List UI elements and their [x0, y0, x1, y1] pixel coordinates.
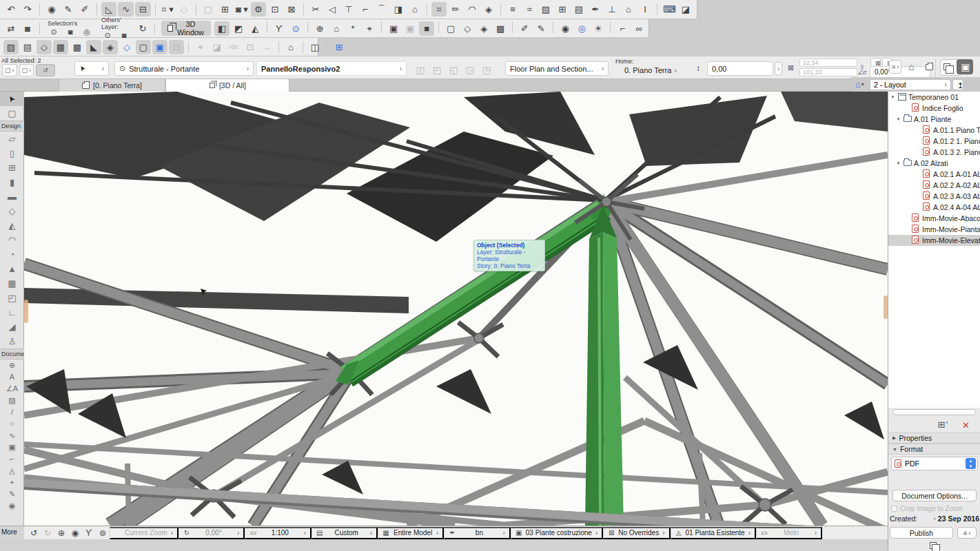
detail-tool[interactable]: + [0, 477, 24, 488]
scale-combo[interactable]: ▭ 1:100 › [245, 527, 311, 539]
fill-type-icon[interactable]: ▨ [538, 2, 553, 17]
selection-lock-icon[interactable]: ◙ [63, 27, 78, 37]
elevation-tool[interactable]: ◬ [0, 465, 24, 477]
tree-item-imm-movie-elevation[interactable]: Imm-Movie-Elevation [888, 235, 980, 246]
mesh-tool[interactable]: ▲ [0, 262, 24, 276]
pen-set-combo[interactable]: ✒ bn › [444, 527, 510, 539]
split-icon[interactable]: ✂ [308, 2, 323, 17]
rebuild-icon[interactable]: ↻ [135, 21, 150, 36]
fill-cover-icon[interactable]: ◇ [37, 40, 52, 54]
left-scroll-hint[interactable] [24, 300, 28, 323]
format-select[interactable]: PDF ▲▼ [891, 457, 978, 470]
grid-display-icon[interactable]: ⌗ ▾ [160, 2, 175, 17]
zoom-level-combo[interactable]: Current Zoom › [110, 527, 178, 539]
markup-cloud-icon[interactable]: ◠ [465, 2, 480, 17]
tree-item-a01-piante[interactable]: ▾ A.01 Piante [888, 114, 980, 125]
section-tool[interactable]: ⌐ [0, 453, 24, 465]
navigator-mode-combo[interactable]: 2 - Layout › [870, 79, 951, 90]
tab-floor-plan[interactable]: [0. Piano Terra] [59, 79, 165, 92]
fill-crop-icon[interactable]: ▢ [136, 40, 151, 54]
elevation-field[interactable]: 0,00 [707, 61, 773, 76]
window-tool[interactable]: ⊞ [0, 160, 24, 175]
view-switch-button[interactable]: ⌂ ▾ [851, 79, 868, 90]
spline-tool[interactable]: ∿ [0, 430, 24, 441]
fill-skin-icon[interactable]: ▩ [70, 40, 85, 54]
fill-cut-icon[interactable]: ▦ [53, 40, 68, 54]
tree-horizontal-scrollbar[interactable] [892, 409, 976, 415]
quick-selection-button[interactable]: ↺ [36, 64, 55, 76]
set-view-icon[interactable]: ⌖ [362, 21, 377, 36]
tree-item-a013-2-piano[interactable]: A.01.3 2. Piano [888, 147, 980, 158]
marquee-3d-icon[interactable]: ▢ ▾ [443, 21, 458, 36]
working-units-combo[interactable]: ▭ Metri › [756, 527, 822, 539]
measure-icon[interactable]: ⊡ [267, 2, 283, 17]
fill-construction-icon[interactable]: ▨ [3, 40, 19, 54]
annotation-icon[interactable]: ✏ [448, 2, 463, 17]
gravity-icon[interactable]: ▢ [201, 2, 216, 17]
tree-item-a021-alzato-nord[interactable]: A.02.1 A-01 Alzato No [888, 169, 980, 180]
walk-icon[interactable]: ϒ [82, 527, 96, 539]
document-options-button[interactable]: Document Options... [892, 490, 977, 501]
orientation-combo[interactable]: ↻ 0,00° › [178, 527, 245, 539]
marquee-tool[interactable]: ▢ [0, 106, 24, 121]
swap-visibility-icon[interactable]: ⇄ [3, 21, 19, 36]
up-level-button[interactable]: ↥ [952, 79, 963, 90]
layout-book-icon[interactable] [939, 59, 955, 74]
find-text-icon[interactable]: Abc [226, 40, 241, 54]
tree-item-temporaneo-01[interactable]: ▾ Temporaneo 01 [888, 92, 980, 103]
edit-mode-cube-4-icon[interactable]: ◲ [462, 63, 478, 77]
redo-icon[interactable]: ↷ [20, 2, 35, 17]
arrow-tool[interactable]: ➤ [0, 92, 24, 106]
roof-tool[interactable]: ◭ [0, 218, 24, 233]
editing-plane-icon[interactable]: ◇ [176, 2, 192, 17]
tree-item-a023-alzato-sud[interactable]: A.02.3 A-03 Alzato Su [888, 191, 980, 202]
add-publisher-item-icon[interactable]: ⊞+ [934, 419, 953, 430]
beam-tool[interactable]: ▬ [0, 189, 24, 204]
lock-toggle-icon[interactable]: ◙ [20, 21, 35, 36]
snap-points-icon[interactable]: ⊟ ▾ [135, 2, 151, 17]
figure-tool[interactable]: ▣ [0, 441, 24, 453]
graphic-override-combo[interactable]: ⊠ No Overrides › [603, 527, 670, 539]
favorite-combo[interactable]: PannelloResponsivo2 › [256, 61, 407, 76]
tree-item-indice-foglio[interactable]: Indice Foglio [888, 103, 980, 114]
morph-tool[interactable]: ◔ [0, 247, 24, 262]
pick-up-parameters-icon[interactable]: ✎ [61, 2, 76, 17]
look-to-icon[interactable]: ⌂ [329, 21, 344, 36]
fillet-icon[interactable]: ⌐ [358, 2, 373, 17]
publish-button[interactable]: Publish [890, 527, 953, 539]
cutaway-icon[interactable]: ◇ [460, 21, 475, 36]
view-map-icon[interactable] [921, 59, 937, 74]
snap-reference-icon[interactable]: ◉ [44, 2, 59, 17]
zoom-to-selection-icon[interactable]: ⊕ [312, 21, 327, 36]
suspend-groups-icon[interactable]: ⚙ [251, 2, 266, 17]
toolbox-more-label[interactable]: More [0, 526, 24, 539]
inject-parameters-icon[interactable]: ✐ [77, 2, 92, 17]
zone-tool[interactable]: ◰ [0, 291, 24, 305]
arrow-route-icon[interactable]: → [259, 40, 274, 54]
publisher-sets-icon[interactable]: ▣ [957, 59, 973, 74]
tree-item-imm-movie-abaco[interactable]: Imm-Movie-Abaco [888, 213, 980, 224]
explore-icon[interactable]: * [345, 21, 360, 36]
arrow-tool-combo[interactable]: ➤ › [74, 61, 109, 76]
delete-item-icon[interactable]: ✕ [958, 419, 974, 431]
home-story-combo[interactable]: 0. Piano Terra › [620, 65, 681, 75]
layer-settings-icon[interactable]: ≡ [505, 2, 520, 17]
trim-icon[interactable]: ⊤ [341, 2, 356, 17]
sun-settings-icon[interactable]: ☀ [591, 21, 606, 36]
properties-section-header[interactable]: ▶ Properties [888, 433, 980, 444]
copy-view-settings-icon[interactable]: ▣ [386, 21, 401, 36]
steel-profile-icon[interactable]: I [637, 2, 653, 17]
tree-item-imm-movie-pianta[interactable]: Imm-Movie-Pianta [888, 224, 980, 235]
layer-combo[interactable]: ⊙ Strutturale - Portante › [114, 61, 254, 76]
publish-properties-button[interactable]: ≡› [957, 527, 977, 539]
fit-in-window-icon[interactable]: ⊚ [96, 527, 110, 539]
crop-image-row[interactable]: Crop image to Zoom [891, 505, 963, 512]
pan-icon[interactable]: ◉ [68, 527, 82, 539]
project-chooser-button[interactable]: ≡ › [889, 60, 901, 74]
fill-drafting-icon[interactable]: ▤ [20, 40, 35, 54]
3d-viewport[interactable]: Object (Selected) Layer: Strutturale - P… [24, 92, 888, 526]
slab-tool[interactable]: ◇ [0, 204, 24, 218]
fill-gradient-icon[interactable]: ◣ [86, 40, 101, 54]
column-tool[interactable]: ▮ [0, 175, 24, 189]
door-tool[interactable]: ▯ [0, 146, 24, 160]
